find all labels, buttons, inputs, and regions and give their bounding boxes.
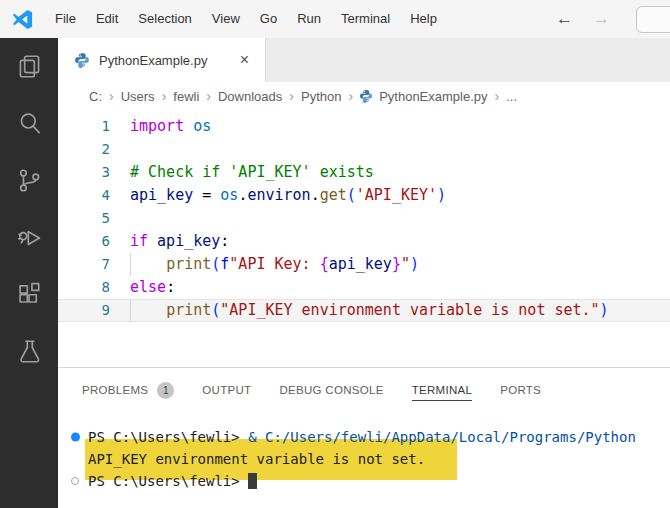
panel-tab-debug-console[interactable]: DEBUG CONSOLE — [279, 368, 383, 412]
extensions-icon[interactable] — [14, 279, 45, 310]
code-editor[interactable]: 1import os23# Check if 'API_KEY' exists4… — [58, 110, 670, 367]
tab-pythonexample[interactable]: PythonExample.py × — [58, 38, 266, 82]
token-module: os — [193, 117, 211, 135]
token-bracket: ) — [437, 186, 446, 204]
breadcrumb-item[interactable]: C: — [88, 89, 103, 104]
token-bracket: ( — [211, 255, 220, 273]
breadcrumb-separator: › — [103, 88, 120, 104]
python-icon — [359, 89, 373, 103]
breadcrumb-item[interactable]: ... — [505, 89, 518, 104]
breadcrumb-separator: › — [200, 88, 217, 104]
panel-tab-bar: PROBLEMS1OUTPUTDEBUG CONSOLETERMINALPORT… — [58, 368, 670, 412]
line-number: 8 — [58, 276, 110, 299]
code-line[interactable]: 8else: — [58, 276, 670, 299]
line-number: 3 — [58, 161, 110, 184]
search-icon[interactable] — [14, 108, 45, 139]
breadcrumb-item[interactable]: fewli — [172, 89, 200, 104]
panel-tab-label: PORTS — [500, 380, 541, 400]
terminal-line: API_KEY environment variable is not set. — [88, 448, 670, 470]
token-variable: api_key — [130, 186, 193, 204]
panel-tab-problems[interactable]: PROBLEMS1 — [82, 368, 174, 412]
line-number: 4 — [58, 184, 110, 207]
code-line[interactable]: 1import os — [58, 115, 670, 138]
code-text: import os — [130, 115, 211, 138]
token-brace: } — [392, 255, 401, 273]
code-line[interactable]: 3# Check if 'API_KEY' exists — [58, 161, 670, 184]
code-line[interactable]: 2 — [58, 138, 670, 161]
terminal-text: PS C:\Users\fewli> — [88, 473, 248, 489]
token-function: print — [166, 255, 211, 273]
main-area: PythonExample.py × C:›Users›fewli›Downlo… — [58, 38, 670, 508]
menu-item-terminal[interactable]: Terminal — [331, 0, 400, 38]
indent-guide — [130, 299, 131, 322]
token-module: os — [220, 186, 238, 204]
token-plain — [130, 255, 166, 273]
source-control-icon[interactable] — [14, 165, 45, 196]
line-number: 1 — [58, 115, 110, 138]
terminal-cursor — [248, 473, 257, 489]
panel-tab-ports[interactable]: PORTS — [500, 368, 541, 412]
run-and-debug-icon[interactable] — [14, 222, 45, 253]
command-decoration-icon[interactable] — [71, 433, 80, 442]
token-string: " — [401, 255, 410, 273]
token-comment: # Check if 'API_KEY' exists — [130, 163, 374, 181]
menu-item-run[interactable]: Run — [287, 0, 331, 38]
panel-tab-label: DEBUG CONSOLE — [279, 380, 383, 400]
token-keyword: if — [130, 232, 148, 250]
code-line[interactable]: 5 — [58, 207, 670, 230]
back-arrow-icon[interactable]: ← — [556, 9, 573, 29]
token-string: "API_KEY environment variable is not set… — [220, 301, 599, 319]
activity-bar — [0, 38, 58, 508]
token-function: print — [166, 301, 211, 319]
token-plain — [130, 301, 166, 319]
breadcrumb-separator: › — [283, 88, 300, 104]
code-line[interactable]: 4api_key = os.environ.get('API_KEY') — [58, 184, 670, 207]
close-icon[interactable]: × — [236, 50, 253, 70]
command-center-search-input[interactable] — [636, 6, 670, 33]
breadcrumb-item[interactable]: Downloads — [217, 89, 283, 104]
token-bracket: ) — [600, 301, 609, 319]
indent-guide — [130, 253, 131, 276]
code-text: # Check if 'API_KEY' exists — [130, 161, 374, 184]
line-number: 7 — [58, 253, 110, 276]
problems-count-badge: 1 — [157, 382, 174, 399]
terminal-line: PS C:\Users\fewli> & C:/Users/fewli/AppD… — [88, 426, 670, 448]
panel-tab-terminal[interactable]: TERMINAL — [412, 368, 473, 412]
forward-arrow-icon[interactable]: → — [593, 9, 610, 29]
explorer-icon[interactable] — [14, 51, 45, 82]
token-function: get — [320, 186, 347, 204]
code-text: if api_key: — [130, 230, 229, 253]
token-keyword: else — [130, 278, 166, 296]
breadcrumb-item[interactable]: Python — [300, 89, 342, 104]
menu-item-edit[interactable]: Edit — [86, 0, 128, 38]
menu-item-help[interactable]: Help — [400, 0, 447, 38]
token-bracket: ) — [410, 255, 419, 273]
code-line[interactable]: 9 print("API_KEY environment variable is… — [58, 299, 670, 322]
line-number: 9 — [58, 299, 110, 322]
terminal-text: API_KEY environment variable is not set. — [88, 451, 425, 467]
menu-item-view[interactable]: View — [202, 0, 250, 38]
breadcrumb-item[interactable]: PythonExample.py — [378, 89, 488, 104]
panel-tab-output[interactable]: OUTPUT — [202, 368, 251, 412]
panel-tab-label: OUTPUT — [202, 380, 251, 400]
vscode-logo-icon — [11, 8, 34, 31]
terminal-text: PS C:\Users\fewli> — [88, 429, 248, 445]
menu-item-go[interactable]: Go — [250, 0, 287, 38]
line-number: 5 — [58, 207, 110, 230]
token-string: 'API_KEY' — [356, 186, 437, 204]
testing-icon[interactable] — [14, 336, 45, 367]
token-plain: : — [166, 278, 175, 296]
title-bar: FileEditSelectionViewGoRunTerminalHelp ←… — [0, 0, 670, 38]
breadcrumb-item[interactable]: Users — [120, 89, 156, 104]
prompt-decoration-icon[interactable] — [71, 477, 79, 485]
menu-item-selection[interactable]: Selection — [128, 0, 201, 38]
terminal[interactable]: PS C:\Users\fewli> & C:/Users/fewli/AppD… — [58, 412, 670, 508]
breadcrumb-separator: › — [156, 88, 173, 104]
code-line[interactable]: 6if api_key: — [58, 230, 670, 253]
token-plain — [148, 232, 157, 250]
code-text: print(f"API Key: {api_key}") — [130, 253, 419, 276]
code-line[interactable]: 7 print(f"API Key: {api_key}") — [58, 253, 670, 276]
token-keyword: import — [130, 117, 184, 135]
menu-item-file[interactable]: File — [45, 0, 86, 38]
token-plain: . — [311, 186, 320, 204]
